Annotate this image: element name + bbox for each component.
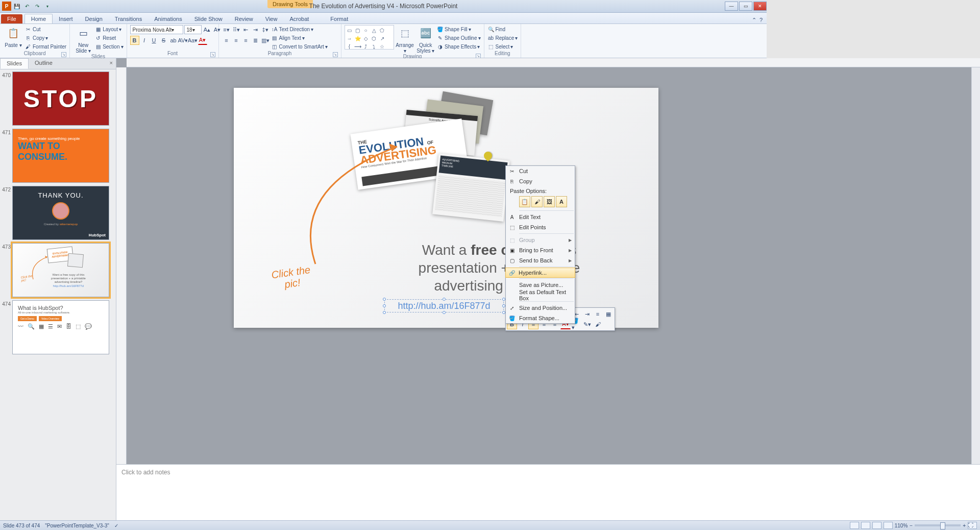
tab-slideshow[interactable]: Slide Show [188, 14, 229, 23]
align-left-button[interactable]: ≡ [222, 36, 231, 45]
tab-insert[interactable]: Insert [53, 14, 79, 23]
reset-button[interactable]: ↺Reset [94, 34, 123, 42]
ctx-save-picture[interactable]: Save as Picture... [506, 280, 575, 290]
bold-button[interactable]: B [130, 36, 139, 45]
find-button[interactable]: 🔍Find [487, 25, 518, 33]
font-size-combo[interactable]: 18 ▾ [184, 25, 202, 34]
maximize-button[interactable]: ▭ [739, 2, 752, 11]
paste-keep-source-icon[interactable]: 🖌 [531, 196, 543, 207]
cut-button[interactable]: ✂Cut [24, 25, 66, 33]
text-direction-button[interactable]: ↕AText Direction ▾ [271, 25, 328, 33]
thumbnail-472[interactable]: 472 THANK YOU. Created by wikemerepop Hu… [1, 186, 113, 240]
outline-tab[interactable]: Outline [29, 58, 59, 69]
dec-indent-button[interactable]: ⇤ [241, 25, 251, 34]
section-button[interactable]: ▤Section ▾ [94, 42, 123, 51]
ctx-send-back[interactable]: ▢Send to Back▶ [506, 255, 575, 266]
app-icon[interactable]: P [2, 2, 11, 11]
inc-indent-button[interactable]: ⇥ [251, 25, 260, 34]
font-color-button[interactable]: A▾ [198, 36, 207, 45]
undo-icon[interactable]: ↶ [22, 2, 32, 11]
slide-canvas-area[interactable]: Scientific American THE EVOLUTION OF ADV… [127, 67, 767, 415]
justify-button[interactable]: ≣ [251, 36, 260, 45]
change-case-button[interactable]: Aa▾ [188, 36, 198, 45]
paste-button[interactable]: 📋 Paste ▾ [3, 25, 23, 48]
url-textbox[interactable]: http://hub.am/16F877d [384, 299, 504, 312]
thumbnail-471[interactable]: 471 Then, go create something people WAN… [1, 129, 113, 183]
close-button[interactable]: ✕ [753, 2, 767, 11]
thumbnails-list[interactable]: 470 STOP 471 Then, go create something p… [0, 69, 116, 415]
shadow-button[interactable]: ab [169, 36, 178, 45]
tab-acrobat[interactable]: Acrobat [283, 14, 315, 23]
italic-button[interactable]: I [140, 36, 149, 45]
paste-dest-theme-icon[interactable]: 📋 [519, 196, 530, 207]
convert-smartart-button[interactable]: ◫Convert to SmartArt ▾ [271, 42, 328, 51]
select-button[interactable]: ⬚Select ▾ [487, 42, 518, 51]
tab-review[interactable]: Review [229, 14, 259, 23]
bullets-button[interactable]: ≡▾ [222, 25, 231, 34]
slide[interactable]: Scientific American THE EVOLUTION OF ADV… [234, 88, 658, 328]
mini-inc-indent[interactable]: ⇥ [582, 309, 592, 319]
shape-effects-button[interactable]: ◑Shape Effects ▾ [436, 42, 480, 51]
horizontal-ruler[interactable] [127, 58, 767, 67]
slide-main-text[interactable]: Want a free copy of this presentation + … [356, 241, 642, 295]
vertical-ruler[interactable] [116, 67, 127, 415]
mini-more[interactable]: ▦ [603, 309, 614, 319]
tab-home[interactable]: Home [24, 14, 53, 23]
align-text-button[interactable]: ▤Align Text ▾ [271, 34, 328, 42]
tab-animations[interactable]: Animations [148, 14, 188, 23]
line-spacing-button[interactable]: ‡▾ [261, 25, 270, 34]
thumbnail-473[interactable]: 473 EVOLUTIONADVERTISING Click the pic! … [1, 243, 113, 297]
ctx-size-position[interactable]: ⤢Size and Position... [506, 303, 575, 313]
help-icon[interactable]: ? [760, 17, 763, 23]
dialog-launcher-icon[interactable]: ↘ [61, 52, 66, 57]
ctx-edit-text[interactable]: AEdit Text [506, 212, 575, 222]
qat-more-icon[interactable]: ▼ [43, 2, 52, 11]
slides-tab[interactable]: Slides [0, 58, 29, 69]
ribbon-minimize-icon[interactable]: ⌃ [752, 17, 756, 23]
paste-text-only-icon[interactable]: A [556, 196, 567, 207]
tab-format[interactable]: Format [324, 14, 354, 23]
ctx-cut[interactable]: ✂Cut [506, 166, 575, 176]
char-spacing-button[interactable]: AV▾ [179, 36, 188, 45]
replace-button[interactable]: abReplace ▾ [487, 34, 518, 42]
mini-shape-outline[interactable]: ✎▾ [582, 319, 592, 329]
grow-font-button[interactable]: A▴ [203, 25, 212, 34]
align-center-button[interactable]: ≡ [232, 36, 241, 45]
ctx-format-shape[interactable]: 🪣Format Shape... [506, 313, 575, 323]
new-slide-button[interactable]: ▭ New Slide ▾ [73, 25, 93, 54]
format-painter-button[interactable]: 🖌Format Painter [24, 42, 66, 51]
tab-transitions[interactable]: Transitions [109, 14, 148, 23]
minimize-button[interactable]: — [725, 2, 738, 11]
paste-picture-icon[interactable]: 🖼 [544, 196, 555, 207]
tab-design[interactable]: Design [79, 14, 109, 23]
shapes-gallery[interactable]: ▭▢○△⬠→ ⭐◇⬡↗{⟶ ⤴⤵☆⬟◐▾ [345, 25, 394, 50]
save-icon[interactable]: 💾 [12, 2, 21, 11]
shape-outline-button[interactable]: ✎Shape Outline ▾ [436, 34, 480, 42]
tab-file[interactable]: File [1, 14, 22, 23]
ctx-bring-front[interactable]: ▣Bring to Front▶ [506, 245, 575, 255]
columns-button[interactable]: ▥▾ [261, 36, 270, 45]
strike-button[interactable]: S [159, 36, 168, 45]
ctx-copy[interactable]: ⎘Copy [506, 176, 575, 186]
ctx-default-textbox[interactable]: Set as Default Text Box [506, 290, 575, 300]
underline-button[interactable]: U [150, 36, 159, 45]
mini-format-painter[interactable]: 🖌 [593, 319, 603, 329]
numbering-button[interactable]: ⠿▾ [232, 25, 241, 34]
ctx-hyperlink[interactable]: 🔗Hyperlink... [505, 268, 575, 278]
redo-icon[interactable]: ↷ [33, 2, 42, 11]
dialog-launcher-icon[interactable]: ↘ [333, 52, 338, 57]
thumbnail-470[interactable]: 470 STOP [1, 71, 113, 126]
close-panel-icon[interactable]: × [107, 58, 116, 69]
thumbnail-474[interactable]: 474 What is HubSpot? All-in-one inbound … [1, 300, 113, 354]
shape-fill-button[interactable]: 🪣Shape Fill ▾ [436, 25, 480, 33]
font-name-combo[interactable]: Proxima Nova Alt ▾ [130, 25, 183, 34]
mini-bullets[interactable]: ≡ [593, 309, 603, 319]
layout-button[interactable]: ▦Layout ▾ [94, 25, 123, 33]
quick-styles-button[interactable]: 🔤 Quick Styles ▾ [415, 25, 435, 54]
copy-button[interactable]: ⎘Copy ▾ [24, 34, 66, 42]
click-the-pic-text[interactable]: Click the pic! [271, 264, 312, 292]
dialog-launcher-icon[interactable]: ↘ [210, 52, 215, 57]
arrange-button[interactable]: ⬚ Arrange ▾ [395, 25, 415, 54]
align-right-button[interactable]: ≡ [241, 36, 251, 45]
ctx-edit-points[interactable]: ⬚Edit Points [506, 222, 575, 232]
